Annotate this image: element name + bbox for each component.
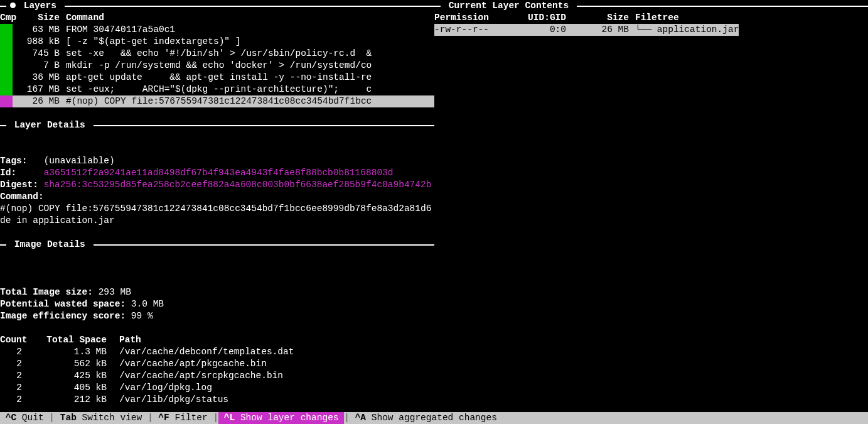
contents-title: Current Layer Contents: [441, 0, 577, 12]
layer-details-body: Tags: (unavailable) Id: a3651512f2a9241a…: [0, 143, 434, 227]
layer-row[interactable]: 7 Bmkdir -p /run/systemd && echo 'docker…: [0, 60, 434, 72]
statusbar: ^C Quit | Tab Switch view | ^F Filter | …: [0, 412, 868, 424]
layer-size: 26 MB: [13, 95, 66, 107]
layer-command: set -xe && echo '#!/bin/sh' > /usr/sbin/…: [66, 48, 434, 60]
filetree-list[interactable]: -rw-r--r--0:026 MB└── application.jar: [434, 24, 868, 36]
cmp-indicator: [0, 48, 13, 60]
switch-view-action[interactable]: Tab Switch view: [55, 412, 147, 424]
image-details-body: Total Image size: 293 MB Potential waste…: [0, 275, 434, 322]
layer-command: #(nop) COPY file:576755947381c122473841c…: [66, 95, 434, 107]
layer-command: [ -z "$(apt-get indextargets)" ]: [66, 36, 434, 48]
layer-size: 988 kB: [13, 36, 66, 48]
cmp-indicator: [0, 72, 13, 84]
layer-digest: sha256:3c53295d85fea258cb2ceef882a4a608c…: [44, 180, 432, 190]
waste-row: 2405 kB/var/log/dpkg.log: [0, 382, 434, 394]
layer-row[interactable]: 988 kB[ -z "$(apt-get indextargets)" ]: [0, 36, 434, 48]
layer-size: 7 B: [13, 60, 66, 72]
image-details-header: Image Details: [0, 239, 434, 251]
cmp-indicator: [0, 95, 13, 107]
layer-details-header: Layer Details: [0, 119, 434, 131]
show-aggregated-changes-action[interactable]: ^A Show aggregated changes: [350, 412, 503, 424]
layer-row[interactable]: 745 Bset -xe && echo '#!/bin/sh' > /usr/…: [0, 48, 434, 60]
filter-action[interactable]: ^F Filter: [153, 412, 213, 424]
waste-row: 2212 kB/var/lib/dpkg/status: [0, 394, 434, 406]
layers-column-headers: CmpSizeCommand: [0, 12, 434, 24]
layer-command: FROM 304740117a5a0c1: [66, 24, 434, 36]
layers-title: Layers: [18, 1, 62, 11]
layer-row[interactable]: 167 MBset -eux; ARCH="$(dpkg --print-arc…: [0, 84, 434, 95]
cmp-indicator: [0, 60, 13, 72]
layers-pane-header: Layers: [0, 0, 434, 12]
left-pane: Layers CmpSizeCommand 63 MBFROM 30474011…: [0, 0, 434, 412]
cmp-indicator: [0, 84, 13, 95]
layer-row[interactable]: 26 MB#(nop) COPY file:576755947381c12247…: [0, 95, 434, 107]
contents-column-headers: PermissionUID:GIDSizeFiletree: [434, 12, 868, 24]
right-pane: Current Layer Contents PermissionUID:GID…: [434, 0, 868, 412]
layer-details-title: Layer Details: [6, 119, 94, 131]
waste-row: 2562 kB/var/cache/apt/pkgcache.bin: [0, 358, 434, 370]
waste-row: 21.3 MB/var/cache/debconf/templates.dat: [0, 346, 434, 358]
layer-command: set -eux; ARCH="$(dpkg --print-architect…: [66, 84, 434, 95]
efficiency-score: 99 %: [131, 311, 153, 321]
image-details-title: Image Details: [6, 239, 94, 251]
total-image-size: 293 MB: [99, 287, 131, 297]
layer-id: a3651512f2a9241ae11ad8498df67b4f943ea494…: [44, 168, 394, 178]
waste-list: 21.3 MB/var/cache/debconf/templates.dat2…: [0, 346, 434, 406]
waste-row: 2425 kB/var/cache/apt/srcpkgcache.bin: [0, 370, 434, 382]
layer-row[interactable]: 63 MBFROM 304740117a5a0c1: [0, 24, 434, 36]
filename: application.jar: [657, 24, 739, 35]
contents-pane-header: Current Layer Contents: [434, 0, 868, 12]
active-pane-indicator-icon: [10, 3, 16, 8]
quit-action[interactable]: ^C Quit: [0, 412, 49, 424]
layer-size: 36 MB: [13, 72, 66, 84]
layer-row[interactable]: 36 MBapt-get update && apt-get install -…: [0, 72, 434, 84]
wasted-space: 3.0 MB: [131, 299, 164, 309]
layer-size: 167 MB: [13, 84, 66, 95]
layer-command: mkdir -p /run/systemd && echo 'docker' >…: [66, 60, 434, 72]
layer-command: apt-get update && apt-get install -y --n…: [66, 72, 434, 84]
show-layer-changes-action[interactable]: ^L Show layer changes: [218, 412, 344, 424]
layer-size: 745 B: [13, 48, 66, 60]
waste-header: CountTotal SpacePath: [0, 334, 434, 346]
file-row[interactable]: -rw-r--r--0:026 MB└── application.jar: [434, 24, 739, 36]
cmp-indicator: [0, 36, 13, 48]
layer-command: #(nop) COPY file:576755947381c122473841c…: [0, 204, 431, 226]
layer-size: 63 MB: [13, 24, 66, 36]
cmp-indicator: [0, 24, 13, 36]
layers-list[interactable]: 63 MBFROM 304740117a5a0c1988 kB[ -z "$(a…: [0, 24, 434, 107]
